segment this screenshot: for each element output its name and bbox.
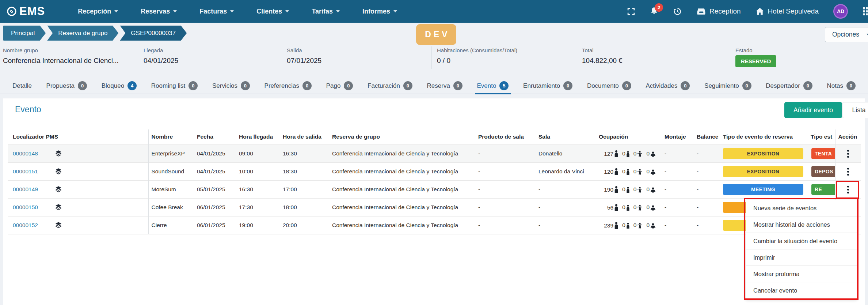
tab-actividades[interactable]: Actividades0 [646, 78, 690, 94]
brand-text: EMS [19, 5, 45, 18]
fullscreen-icon [627, 7, 635, 16]
tab-bloqueo[interactable]: Bloqueo4 [102, 78, 137, 94]
row-actions-button-active[interactable] [842, 184, 854, 195]
fullscreen-button[interactable] [627, 7, 635, 16]
apps-grid-icon [863, 7, 868, 16]
column-header-ocupacion: Ocupación [596, 129, 662, 145]
add-event-button[interactable]: Añadir evento [784, 102, 842, 118]
breadcrumb-reserva-de-grupo[interactable]: Reserva de grupo [47, 26, 118, 41]
row-actions-button[interactable] [842, 166, 854, 177]
tab-seguimiento[interactable]: Seguimiento0 [704, 78, 751, 94]
menu-tarifas[interactable]: Tarifas [312, 8, 340, 15]
list-view-button[interactable]: Lista [842, 102, 868, 118]
tab-evento[interactable]: Evento5 [477, 78, 509, 94]
event-start-time: 09:00 [236, 145, 280, 163]
event-end-time: 18:30 [280, 163, 329, 181]
event-name: Cofee Break [148, 199, 194, 216]
menu-reservas[interactable]: Reservas [141, 8, 177, 15]
event-setup: - [662, 145, 694, 163]
occupancy-junior-icon [626, 223, 630, 229]
event-balance: - [694, 145, 720, 163]
hotel-selector[interactable]: Hotel Sepulveda [755, 7, 819, 15]
notifications-button[interactable]: 2 [650, 7, 658, 16]
group-reservation-page: EMS Recepción Reservas Facturas Clientes… [0, 0, 868, 305]
table-row: 00000149 MoreSum 05/01/2025 16:30 17:00 … [8, 181, 861, 199]
row-actions-button[interactable] [842, 148, 854, 159]
tab-count-badge: 0 [563, 81, 572, 90]
tab-count-badge: 0 [302, 81, 312, 90]
status-badge: RESERVED [735, 55, 776, 67]
reception-selector[interactable]: Reception [697, 7, 741, 15]
tab-facturacion[interactable]: Facturación0 [368, 78, 412, 94]
menu-recepcion[interactable]: Recepción [78, 8, 118, 15]
menu-facturas[interactable]: Facturas [199, 8, 234, 15]
reception-label: Reception [709, 7, 741, 15]
event-setup: - [662, 181, 694, 199]
tab-preferencias[interactable]: Preferencias0 [264, 78, 312, 94]
history-button[interactable] [673, 7, 682, 16]
occupancy-adult-icon [614, 150, 618, 157]
kebab-menu-icon [847, 185, 849, 194]
pms-locator-link[interactable]: 00000152 [13, 222, 38, 229]
tab-notas[interactable]: Notas0 [827, 78, 855, 94]
breadcrumb-current-reservation[interactable]: GSEP00000037 [120, 26, 187, 41]
tab-pago[interactable]: Pago0 [326, 78, 353, 94]
breadcrumb-principal[interactable]: Principal [3, 26, 46, 41]
tab-rooming-list[interactable]: Rooming list0 [151, 78, 198, 94]
menu-item-print[interactable]: Imprimir [746, 249, 857, 266]
pms-locator-link[interactable]: 00000148 [13, 150, 38, 157]
event-status-badge: TENTA [811, 148, 835, 159]
ems-logo[interactable]: EMS [7, 5, 45, 18]
event-room: - [536, 181, 596, 199]
event-group: Conferencia Internacional de Ciencia y T… [329, 145, 475, 163]
pms-locator-link[interactable]: 00000150 [13, 204, 38, 211]
menu-informes[interactable]: Informes [362, 8, 397, 15]
event-end-time: 17:00 [280, 181, 329, 199]
menu-item-show-proforma[interactable]: Mostrar proforma [746, 266, 857, 282]
occupancy-junior-icon [626, 205, 630, 211]
tab-count-badge: 0 [453, 81, 462, 90]
pms-locator-link[interactable]: 00000151 [13, 168, 38, 175]
tab-despertador[interactable]: Despertador0 [766, 78, 812, 94]
tab-propuesta[interactable]: Propuesta0 [46, 78, 87, 94]
tab-detalle[interactable]: Detalle [12, 78, 32, 94]
menu-clientes[interactable]: Clientes [256, 8, 289, 15]
hotel-label: Hotel Sepulveda [768, 7, 819, 15]
environment-badge: DEV [416, 24, 456, 45]
notification-count-badge: 2 [655, 3, 663, 12]
tab-count-badge: 0 [846, 81, 856, 90]
occupancy: 56 0 0 0 [599, 204, 659, 211]
layers-icon [55, 222, 62, 229]
layers-icon [55, 204, 62, 211]
chevron-down-icon [867, 34, 868, 36]
menu-item-cancel-event[interactable]: Cancelar evento [746, 282, 857, 299]
summary-status: Estado RESERVED [735, 47, 776, 67]
event-balance: - [694, 199, 720, 216]
column-header-hora-salida: Hora de salida [280, 129, 329, 145]
user-avatar[interactable]: AD [833, 4, 848, 19]
tab-reserva[interactable]: Reserva0 [427, 78, 462, 94]
summary-departure: Salida 07/01/2025 [287, 47, 321, 65]
home-icon [755, 7, 764, 15]
pms-locator-link[interactable]: 00000149 [13, 186, 38, 193]
occupancy-baby-icon [650, 151, 656, 157]
apps-grid-button[interactable] [863, 7, 868, 16]
event-room: - [536, 199, 596, 216]
column-header-nombre: Nombre [148, 129, 194, 145]
event-date: 06/01/2025 [194, 216, 236, 234]
tab-servicios[interactable]: Servicios0 [212, 78, 250, 94]
event-date: 06/01/2025 [194, 199, 236, 216]
event-start-time: 17:30 [236, 199, 280, 216]
options-button[interactable]: Opciones [825, 27, 868, 42]
chevron-down-icon [336, 10, 340, 12]
menu-item-change-event-status[interactable]: Cambiar la situación del evento [746, 233, 857, 249]
menu-item-new-event-series[interactable]: Nueva serie de eventos [746, 200, 857, 216]
column-header-producto-sala: Producto de sala [475, 129, 536, 145]
event-room: - [536, 216, 596, 234]
occupancy-child-icon [637, 187, 643, 193]
tab-documento[interactable]: Documento0 [587, 78, 631, 94]
tab-enrutamiento[interactable]: Enrutamiento0 [523, 78, 572, 94]
event-room: Leonardo da Vinci [536, 163, 596, 181]
kebab-menu-icon [847, 150, 849, 158]
menu-item-show-action-history[interactable]: Mostrar historial de acciones [746, 216, 857, 233]
